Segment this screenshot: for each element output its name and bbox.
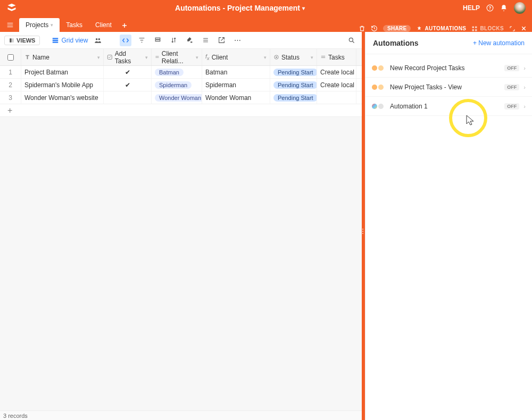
chevron-down-icon[interactable]: ▾ xyxy=(264,55,267,60)
row-number: 2 xyxy=(0,79,21,91)
automation-name: New Record Project Tasks xyxy=(390,64,500,72)
column-add-tasks[interactable]: Add Tasks▾ xyxy=(104,49,152,65)
chevron-down-icon[interactable]: ▾ xyxy=(97,55,100,60)
automation-icon xyxy=(372,85,386,90)
table-row[interactable]: 3Wonder Woman's websiteWonder WomanWonde… xyxy=(0,91,362,104)
cell-client[interactable]: Batman xyxy=(202,66,270,78)
cell-status[interactable]: Pending Start xyxy=(270,79,317,91)
svg-rect-13 xyxy=(155,38,160,39)
table-row[interactable]: 1Project Batman✔BatmanBatmanPending Star… xyxy=(0,66,362,79)
cell-add-tasks[interactable]: ✔ xyxy=(104,66,152,78)
column-name[interactable]: Name▾ xyxy=(21,49,104,65)
automations-nav[interactable]: AUTOMATIONS xyxy=(416,26,466,32)
chevron-right-icon: › xyxy=(523,84,526,90)
blocks-nav[interactable]: BLOCKS xyxy=(471,26,504,32)
automation-state: OFF xyxy=(504,84,519,90)
more-icon[interactable]: ⋯ xyxy=(231,35,243,46)
chevron-down-icon[interactable]: ▾ xyxy=(196,55,198,60)
sheet: VIEWS Grid view xyxy=(0,32,362,420)
cell-client-rel[interactable]: Spiderman xyxy=(152,79,202,91)
cell-client[interactable]: Wonder Woman xyxy=(202,91,270,104)
cell-name[interactable]: Project Batman xyxy=(21,66,104,78)
cell-client[interactable]: Spiderman xyxy=(202,79,270,91)
cell-tasks[interactable]: Create local ve xyxy=(317,66,356,78)
grid-view-button[interactable]: Grid view xyxy=(52,37,88,44)
chevron-down-icon: ▾ xyxy=(302,5,305,11)
chevron-down-icon[interactable]: ▾ xyxy=(311,55,313,60)
single-select-icon xyxy=(273,54,279,60)
row-number: 3 xyxy=(0,91,21,104)
panel-resize-handle[interactable] xyxy=(362,32,365,420)
add-row-button[interactable]: + xyxy=(0,104,362,117)
table-row[interactable]: 2Spiderman's Mobile App✔SpidermanSpiderm… xyxy=(0,79,362,91)
automation-item[interactable]: Automation 1OFF› xyxy=(365,97,532,116)
cell-name[interactable]: Wonder Woman's website xyxy=(21,91,104,104)
row-height-icon[interactable] xyxy=(200,35,211,46)
trash-icon[interactable] xyxy=(359,25,365,32)
cell-status[interactable]: Pending Start xyxy=(270,91,317,104)
link-icon xyxy=(155,54,160,60)
group-icon[interactable] xyxy=(152,35,163,46)
page-title[interactable]: Automations - Project Management ▾ xyxy=(17,4,463,12)
add-tab-button[interactable] xyxy=(118,19,131,32)
grid-header: Name▾ Add Tasks▾ Client Relati...▾ fx Cl… xyxy=(0,49,362,66)
new-automation-button[interactable]: + New automation xyxy=(473,39,525,47)
svg-rect-7 xyxy=(12,38,13,43)
search-icon[interactable] xyxy=(346,35,358,46)
cell-add-tasks[interactable] xyxy=(104,91,152,104)
cell-tasks[interactable] xyxy=(317,91,356,104)
svg-rect-14 xyxy=(155,40,160,41)
grid: Name▾ Add Tasks▾ Client Relati...▾ fx Cl… xyxy=(0,49,362,420)
svg-rect-8 xyxy=(53,38,59,39)
link-icon xyxy=(320,54,326,60)
select-all-checkbox[interactable] xyxy=(0,49,21,65)
tab-client[interactable]: Client xyxy=(89,18,118,32)
automation-item[interactable]: New Project Tasks - ViewOFF› xyxy=(365,78,532,97)
expand-icon[interactable] xyxy=(509,26,516,32)
svg-rect-4 xyxy=(472,29,475,31)
cell-name[interactable]: Spiderman's Mobile App xyxy=(21,79,104,91)
cell-client-rel[interactable]: Wonder Woman xyxy=(152,91,202,104)
bell-icon[interactable] xyxy=(500,4,508,12)
sheet-toolbar: VIEWS Grid view xyxy=(0,32,362,49)
check-icon: ✔ xyxy=(125,69,130,76)
checkbox-icon xyxy=(107,54,113,60)
cell-add-tasks[interactable]: ✔ xyxy=(104,79,152,91)
svg-rect-10 xyxy=(53,41,59,43)
chevron-down-icon[interactable]: ▾ xyxy=(145,55,148,60)
history-icon[interactable] xyxy=(371,25,378,32)
filter-icon[interactable] xyxy=(136,35,147,46)
tab-tasks[interactable]: Tasks xyxy=(60,18,89,32)
svg-rect-3 xyxy=(475,26,477,28)
formula-icon: fx xyxy=(205,53,210,61)
help-icon[interactable]: ? xyxy=(486,4,494,12)
text-icon xyxy=(24,54,30,60)
column-client[interactable]: fx Client▾ xyxy=(202,49,270,65)
hamburger-icon[interactable] xyxy=(3,18,17,32)
views-button[interactable]: VIEWS xyxy=(4,36,40,45)
column-client-relation[interactable]: Client Relati...▾ xyxy=(152,49,202,65)
column-tasks[interactable]: Tasks xyxy=(317,49,356,65)
automations-panel: Automations + New automation New Record … xyxy=(365,32,532,420)
tabbar: Projects▾ Tasks Client SHARE AUTOMATIONS… xyxy=(0,16,532,32)
svg-text:?: ? xyxy=(489,6,492,11)
grid-footer: 3 records xyxy=(0,410,362,420)
cell-client-rel[interactable]: Batman xyxy=(152,66,202,78)
avatar[interactable] xyxy=(514,2,526,14)
tab-projects[interactable]: Projects▾ xyxy=(19,18,60,32)
sort-icon[interactable] xyxy=(168,35,179,46)
close-icon[interactable] xyxy=(521,26,527,31)
people-icon[interactable] xyxy=(92,35,104,46)
automation-item[interactable]: New Record Project TasksOFF› xyxy=(365,58,532,78)
cell-status[interactable]: Pending Start xyxy=(270,66,317,78)
help-link[interactable]: HELP xyxy=(463,4,480,12)
color-icon[interactable] xyxy=(184,35,195,46)
svg-point-19 xyxy=(276,56,277,58)
column-status[interactable]: Status▾ xyxy=(270,49,317,65)
code-icon[interactable] xyxy=(120,35,131,46)
cell-tasks[interactable]: Create local ve xyxy=(317,79,356,91)
share-button[interactable]: SHARE xyxy=(383,25,411,32)
automation-state: OFF xyxy=(504,103,519,110)
share-view-icon[interactable] xyxy=(215,35,227,46)
app-logo-icon[interactable] xyxy=(6,3,17,13)
